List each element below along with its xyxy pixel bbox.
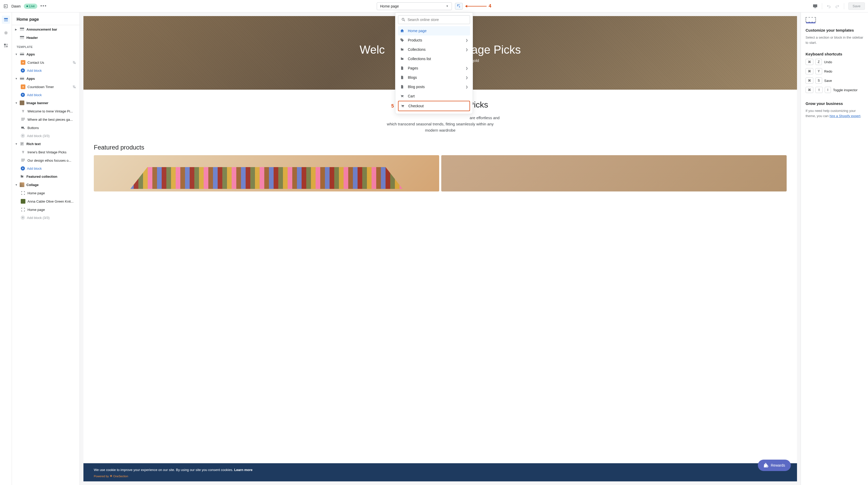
- more-icon[interactable]: •••: [40, 3, 47, 9]
- rewards-button[interactable]: Rewards: [758, 460, 791, 471]
- caret-down-icon: ▼: [15, 77, 18, 80]
- sidebar-block-countdown[interactable]: ✦ Countdown Timer: [12, 83, 80, 91]
- redo-icon[interactable]: [835, 4, 840, 8]
- hidden-icon[interactable]: [72, 60, 76, 64]
- chevron-right-icon: ❯: [466, 85, 468, 89]
- sidebar-item-announcement[interactable]: ▶ Announcement bar: [12, 25, 80, 33]
- app-embeds-icon[interactable]: [2, 41, 10, 50]
- plus-disabled-icon: +: [21, 216, 25, 220]
- product-card-2[interactable]: [441, 155, 787, 191]
- dropdown-item-products[interactable]: Products ❯: [398, 35, 470, 45]
- dropdown-item-blog-posts[interactable]: Blog posts ❯: [398, 82, 470, 91]
- collection-list-icon: [400, 57, 405, 61]
- dropdown-item-blogs[interactable]: Blogs ❯: [398, 73, 470, 82]
- blog-post-icon: [400, 85, 405, 89]
- divider: [822, 3, 822, 9]
- cookie-banner: We use cookie to improve your experience…: [84, 463, 797, 481]
- live-badge: Live: [24, 4, 37, 9]
- blog-icon: [400, 75, 405, 80]
- dropdown-search[interactable]: [398, 15, 470, 24]
- template-thumbnail-icon: [806, 17, 816, 22]
- text-icon: [21, 117, 25, 122]
- caret-down-icon: ▼: [15, 183, 18, 186]
- sidebar-add-block-1[interactable]: + Add block: [12, 67, 80, 74]
- dropdown-item-pages[interactable]: Pages ❯: [398, 63, 470, 73]
- page-selector[interactable]: Home page ▼: [377, 2, 452, 10]
- svg-rect-24: [20, 80, 24, 80]
- exit-icon[interactable]: [3, 4, 8, 9]
- frame-icon: [21, 207, 25, 212]
- svg-rect-19: [20, 53, 24, 54]
- cookie-text: We use cookie to improve your experience…: [94, 468, 234, 472]
- sidebar-item-rich-text[interactable]: ▼ Rich text: [12, 140, 80, 148]
- sidebar-add-block-disabled-1: + Add block (3/3): [12, 132, 80, 140]
- annotation-arrow-4: 4: [466, 3, 491, 9]
- cookie-learn-more-link[interactable]: Learn more: [234, 468, 253, 472]
- sidebar-add-block-2[interactable]: + Add block: [12, 91, 80, 99]
- dropdown-item-home[interactable]: Home page: [398, 26, 470, 35]
- home-icon: [400, 29, 405, 33]
- svg-rect-18: [20, 38, 24, 39]
- sidebar-block-contact-us[interactable]: ✦ Contact Us: [12, 58, 80, 67]
- leftbar: [0, 12, 12, 485]
- button-icon: [21, 125, 25, 130]
- dropdown-item-checkout[interactable]: 5 Checkout: [398, 101, 470, 111]
- chevron-right-icon: ❯: [466, 48, 468, 51]
- plus-icon: +: [21, 166, 25, 171]
- sidebar-item-apps-1[interactable]: ▼ Apps: [12, 50, 80, 58]
- dropdown-search-input[interactable]: [408, 18, 467, 22]
- sidebar-block-homepage-1[interactable]: Home page: [12, 189, 80, 197]
- shortcut-redo: ⌘YRedo: [806, 68, 863, 74]
- plus-icon: +: [21, 68, 25, 72]
- page-selector-value: Home page: [380, 4, 399, 8]
- sidebar-block-irene-best[interactable]: T Irene's Best Vintage Picks: [12, 148, 80, 156]
- rightbar: Customize your templates Select a sectio…: [801, 12, 868, 485]
- sidebar-item-collage[interactable]: ▼ Collage: [12, 181, 80, 189]
- svg-rect-22: [20, 77, 24, 78]
- search-icon: [401, 18, 405, 22]
- sidebar-title: Home page: [12, 12, 80, 25]
- sidebar-block-homepage-2[interactable]: Home page: [12, 206, 80, 214]
- sidebar-item-apps-2[interactable]: ▼ Apps: [12, 74, 80, 83]
- svg-rect-25: [21, 127, 24, 128]
- section-icon: [20, 52, 24, 57]
- topbar: Dawn Live ••• Home page ▼ 4 Save: [0, 0, 868, 12]
- product-card-1[interactable]: [94, 155, 439, 191]
- svg-rect-23: [20, 78, 24, 79]
- sidebar-item-header[interactable]: Header: [12, 33, 80, 42]
- sidebar-block-buttons[interactable]: Buttons: [12, 124, 80, 132]
- save-button[interactable]: Save: [848, 2, 865, 10]
- inspector-toggle-icon[interactable]: [455, 3, 463, 9]
- hidden-icon[interactable]: [72, 85, 76, 89]
- sidebar-add-block-3[interactable]: + Add block: [12, 164, 80, 172]
- sections-tab-icon[interactable]: [2, 16, 10, 24]
- dropdown-item-collections[interactable]: Collections ❯: [398, 45, 470, 54]
- hire-expert-link[interactable]: hire a Shopify expert: [830, 114, 861, 118]
- sidebar-item-image-banner[interactable]: ▼ Image banner: [12, 99, 80, 107]
- svg-rect-11: [6, 44, 7, 46]
- chevron-right-icon: ❯: [466, 67, 468, 70]
- sidebar-item-featured-collection[interactable]: Featured collection: [12, 172, 80, 181]
- desktop-view-icon[interactable]: [812, 4, 818, 9]
- svg-rect-14: [20, 29, 24, 30]
- page-dropdown: Home page Products ❯ Collections ❯ Colle…: [395, 12, 473, 114]
- sidebar-block-welcome[interactable]: T Welcome to Irene Vintage Pi...: [12, 107, 80, 115]
- product-thumb-icon: [21, 199, 25, 204]
- dropdown-item-collections-list[interactable]: Collections list: [398, 54, 470, 63]
- sidebar-block-design-ethos[interactable]: Our design ethos focuses o...: [12, 156, 80, 164]
- sidebar-block-anna-cable[interactable]: Anna Cable Olive Green Knit...: [12, 197, 80, 206]
- theme-settings-icon[interactable]: [2, 29, 10, 37]
- undo-icon[interactable]: [826, 4, 831, 8]
- svg-rect-10: [4, 44, 5, 46]
- dropdown-item-cart[interactable]: Cart: [398, 91, 470, 101]
- heading-icon: T: [21, 150, 25, 154]
- sidebar: Home page ▶ Announcement bar Header TEMP…: [12, 12, 80, 485]
- caret-right-icon: ▶: [15, 28, 18, 31]
- page-selector-wrap: Home page ▼ 4: [377, 2, 491, 10]
- heading-icon: T: [21, 109, 25, 114]
- shortcut-save: ⌘SSave: [806, 78, 863, 84]
- sidebar-block-where[interactable]: Where all the best pieces ga...: [12, 115, 80, 124]
- svg-rect-16: [20, 36, 24, 37]
- sidebar-add-block-disabled-2: + Add block (3/3): [12, 214, 80, 221]
- svg-rect-1: [457, 4, 459, 5]
